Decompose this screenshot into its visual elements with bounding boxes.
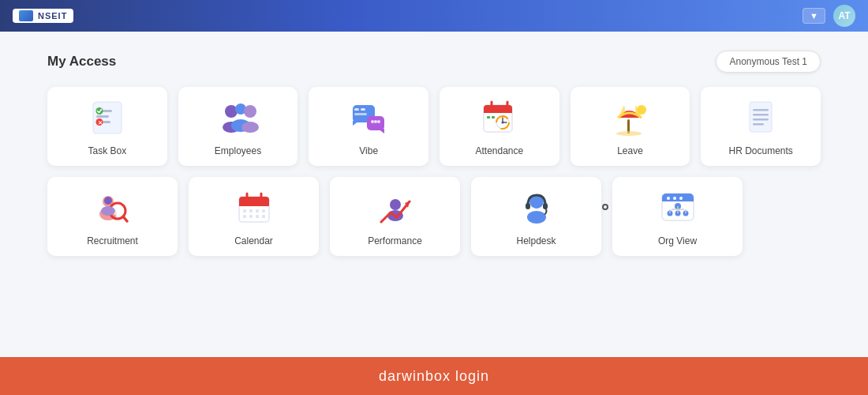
svg-point-30: [501, 122, 503, 124]
footer-text: darwinbox login: [379, 368, 489, 385]
app-card-hr-documents[interactable]: HR Documents: [701, 87, 821, 166]
svg-rect-31: [487, 116, 490, 118]
app-label-employees: Employees: [215, 145, 261, 156]
svg-point-12: [241, 122, 259, 133]
svg-text:✕: ✕: [97, 120, 102, 126]
svg-point-35: [616, 131, 642, 136]
app-label-recruitment: Recruitment: [87, 235, 138, 246]
svg-point-73: [679, 197, 683, 200]
taskbox-icon: ✕: [86, 96, 129, 139]
svg-rect-23: [484, 110, 512, 113]
svg-point-46: [104, 197, 112, 205]
app-card-performance[interactable]: Performance: [330, 177, 460, 256]
svg-point-20: [377, 120, 380, 123]
svg-rect-39: [753, 118, 769, 121]
svg-point-18: [371, 120, 374, 123]
calendar-icon: [233, 186, 275, 229]
app-card-task-box[interactable]: ✕ Task Box: [47, 87, 167, 166]
logo-box[interactable]: NSEIT: [13, 9, 73, 23]
svg-rect-57: [243, 215, 246, 218]
user-badge: Anonymous Test 1: [716, 51, 821, 73]
leave-icon: [609, 96, 652, 139]
svg-rect-50: [239, 203, 269, 206]
svg-rect-38: [753, 114, 769, 116]
svg-rect-37: [753, 109, 769, 111]
header-dropdown[interactable]: ▼: [803, 8, 825, 24]
top-row: My Access Anonymous Test 1: [47, 51, 821, 73]
app-label-helpdesk: Helpdesk: [516, 235, 556, 246]
orgview-icon: [657, 186, 699, 229]
svg-rect-58: [249, 215, 253, 218]
header: NSEIT ▼ AT: [0, 0, 868, 32]
employees-icon: [217, 96, 260, 139]
vibe-icon: [347, 96, 390, 139]
recruitment-icon: [92, 186, 134, 229]
app-card-recruitment[interactable]: Recruitment: [47, 177, 178, 256]
footer: darwinbox login: [0, 357, 868, 395]
svg-point-47: [101, 206, 115, 216]
svg-rect-70: [662, 198, 694, 201]
app-label-task-box: Task Box: [88, 145, 126, 156]
svg-rect-65: [526, 203, 530, 209]
svg-point-71: [667, 197, 670, 200]
logo-text: NSEIT: [38, 11, 67, 21]
svg-rect-15: [361, 108, 365, 111]
app-card-vibe[interactable]: Vibe: [309, 87, 428, 166]
svg-rect-32: [492, 116, 495, 118]
svg-rect-14: [354, 108, 359, 111]
app-label-performance: Performance: [368, 235, 422, 246]
apps-row-1: ✕ Task Box Employees: [47, 87, 821, 166]
svg-point-67: [527, 211, 546, 224]
app-label-attendance: Attendance: [475, 145, 523, 156]
helpdesk-icon: [515, 186, 558, 229]
apps-grid: ✕ Task Box Employees: [47, 87, 821, 256]
performance-icon: [374, 186, 417, 229]
app-card-org-view[interactable]: Org View: [612, 177, 743, 256]
svg-rect-56: [262, 209, 265, 213]
app-label-calendar: Calendar: [234, 235, 273, 246]
logo-square: [19, 10, 33, 21]
app-card-leave[interactable]: Leave: [571, 87, 690, 166]
svg-rect-40: [753, 123, 764, 126]
svg-rect-60: [262, 215, 265, 218]
svg-line-45: [123, 216, 127, 221]
svg-rect-54: [249, 209, 253, 213]
hrdocs-icon: [739, 96, 782, 139]
app-label-vibe: Vibe: [359, 145, 378, 156]
page-title: My Access: [47, 54, 116, 70]
app-card-employees[interactable]: Employees: [178, 87, 298, 166]
main-content: My Access Anonymous Test 1 ✕: [0, 32, 868, 275]
apps-row-2: Recruitment: [47, 177, 821, 256]
app-card-calendar[interactable]: Calendar: [189, 177, 319, 256]
svg-point-19: [374, 120, 377, 123]
svg-point-9: [244, 105, 256, 118]
app-label-hr-documents: HR Documents: [729, 145, 793, 156]
avatar[interactable]: AT: [833, 5, 855, 27]
svg-rect-53: [243, 209, 246, 213]
svg-rect-59: [256, 215, 259, 218]
svg-point-34: [637, 105, 646, 115]
svg-rect-36: [750, 102, 772, 132]
app-card-helpdesk[interactable]: Helpdesk: [471, 177, 601, 256]
app-label-org-view: Org View: [658, 235, 697, 246]
app-label-leave: Leave: [617, 145, 643, 156]
app-card-attendance[interactable]: Attendance: [440, 87, 559, 166]
attendance-icon: [478, 96, 521, 139]
svg-point-61: [390, 199, 401, 210]
svg-rect-16: [354, 113, 367, 115]
svg-rect-2: [96, 115, 109, 118]
svg-point-72: [673, 197, 676, 200]
svg-rect-55: [256, 209, 259, 213]
